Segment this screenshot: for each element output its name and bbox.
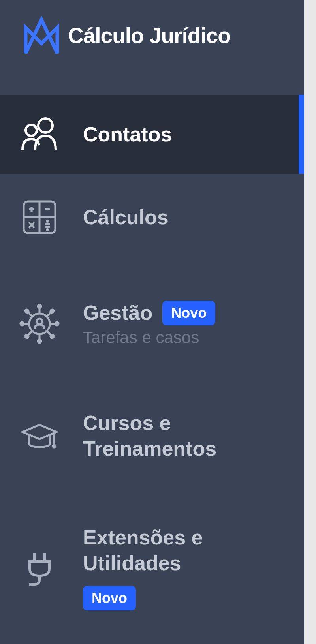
nav-item-label: Contatos (83, 122, 172, 147)
svg-point-31 (51, 335, 54, 338)
svg-point-27 (51, 310, 54, 313)
nav-item-gestao[interactable]: Gestão Novo Tarefas e casos (0, 280, 304, 367)
nav-item-label: Cálculos (83, 205, 169, 230)
graduation-cap-icon (18, 416, 61, 456)
nav-item-calculos[interactable]: Cálculos (0, 178, 304, 257)
svg-point-11 (47, 221, 48, 222)
nav-item-content: Gestão Novo Tarefas e casos (83, 300, 286, 347)
nav-item-content: Cursos e Treinamentos (83, 410, 286, 462)
main-nav: Contatos (0, 95, 304, 630)
contacts-icon (18, 115, 61, 154)
nav-item-label: Cursos e Treinamentos (83, 410, 286, 462)
nav-item-cursos[interactable]: Cursos e Treinamentos (0, 391, 304, 481)
nav-item-sublabel: Tarefas e casos (83, 328, 286, 347)
plug-icon (18, 548, 61, 588)
calculator-icon (18, 197, 61, 237)
nav-item-label: Gestão (83, 300, 152, 326)
nav-item-extensoes[interactable]: Extensões e Utilidades Novo (0, 505, 304, 630)
nav-item-content: Extensões e Utilidades Novo (83, 525, 286, 610)
svg-point-19 (38, 340, 41, 343)
svg-point-23 (55, 322, 58, 325)
svg-point-0 (38, 118, 53, 133)
nav-item-content: Cálculos (83, 205, 286, 230)
new-badge: Novo (83, 586, 136, 610)
svg-point-25 (25, 310, 28, 313)
app-logo-icon (20, 16, 63, 55)
nav-item-content: Contatos (83, 122, 286, 147)
svg-point-13 (47, 229, 48, 231)
svg-point-29 (25, 335, 28, 338)
nav-item-contatos[interactable]: Contatos (0, 95, 304, 174)
new-badge: Novo (162, 301, 215, 325)
svg-point-33 (53, 445, 55, 447)
svg-point-15 (37, 319, 42, 324)
svg-point-21 (21, 322, 24, 325)
sidebar: Cálculo Jurídico Contatos (0, 0, 304, 644)
app-name: Cálculo Jurídico (68, 23, 231, 48)
app-header: Cálculo Jurídico (0, 0, 304, 95)
svg-point-17 (38, 305, 41, 308)
svg-point-1 (26, 125, 37, 136)
management-icon (18, 304, 61, 344)
nav-item-label: Extensões e Utilidades (83, 525, 286, 576)
